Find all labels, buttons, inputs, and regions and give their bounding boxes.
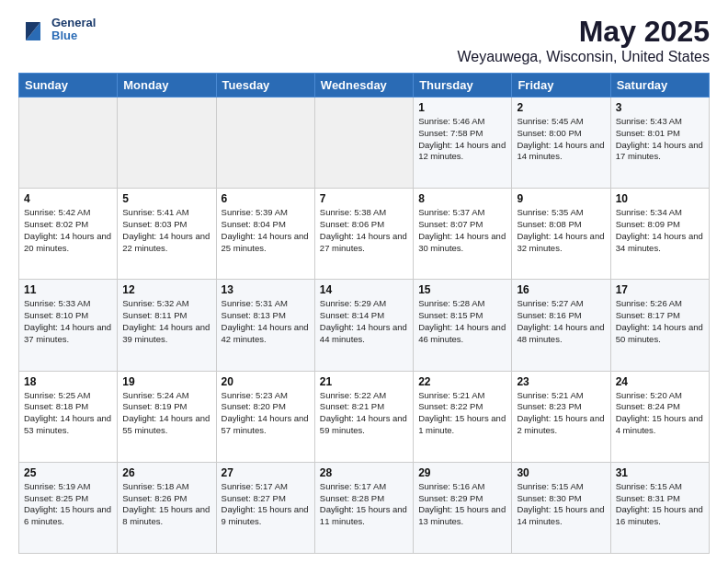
day-number: 5	[122, 192, 210, 205]
calendar-cell: 9Sunrise: 5:35 AM Sunset: 8:08 PM Daylig…	[512, 189, 610, 280]
day-number: 11	[24, 283, 112, 296]
calendar-week-row: 1Sunrise: 5:46 AM Sunset: 7:58 PM Daylig…	[19, 98, 710, 189]
page-subtitle: Weyauwega, Wisconsin, United States	[458, 49, 711, 65]
day-detail: Sunrise: 5:39 AM Sunset: 8:04 PM Dayligh…	[222, 207, 310, 254]
calendar-cell: 1Sunrise: 5:46 AM Sunset: 7:58 PM Daylig…	[414, 98, 512, 189]
calendar-week-row: 25Sunrise: 5:19 AM Sunset: 8:25 PM Dayli…	[19, 462, 710, 553]
calendar-cell: 13Sunrise: 5:31 AM Sunset: 8:13 PM Dayli…	[216, 280, 314, 371]
weekday-header: Saturday	[610, 74, 709, 98]
calendar-cell	[314, 98, 413, 189]
calendar-cell: 27Sunrise: 5:17 AM Sunset: 8:27 PM Dayli…	[216, 462, 314, 553]
day-detail: Sunrise: 5:17 AM Sunset: 8:27 PM Dayligh…	[222, 481, 310, 528]
day-detail: Sunrise: 5:16 AM Sunset: 8:29 PM Dayligh…	[418, 481, 506, 528]
calendar-cell	[19, 98, 118, 189]
calendar-cell	[118, 98, 216, 189]
calendar-cell: 7Sunrise: 5:38 AM Sunset: 8:06 PM Daylig…	[314, 189, 413, 280]
logo-icon	[18, 15, 48, 44]
calendar-cell: 16Sunrise: 5:27 AM Sunset: 8:16 PM Dayli…	[512, 280, 610, 371]
day-detail: Sunrise: 5:17 AM Sunset: 8:28 PM Dayligh…	[320, 481, 408, 528]
calendar-week-row: 18Sunrise: 5:25 AM Sunset: 8:18 PM Dayli…	[19, 371, 710, 462]
calendar-cell: 2Sunrise: 5:45 AM Sunset: 8:00 PM Daylig…	[512, 98, 610, 189]
day-detail: Sunrise: 5:24 AM Sunset: 8:19 PM Dayligh…	[122, 390, 210, 437]
weekday-header: Thursday	[414, 74, 512, 98]
day-detail: Sunrise: 5:43 AM Sunset: 8:01 PM Dayligh…	[616, 116, 704, 163]
day-number: 1	[418, 101, 506, 114]
calendar-table: SundayMondayTuesdayWednesdayThursdayFrid…	[18, 73, 710, 554]
day-number: 15	[418, 283, 506, 296]
day-number: 8	[418, 192, 506, 205]
day-detail: Sunrise: 5:26 AM Sunset: 8:17 PM Dayligh…	[616, 298, 704, 345]
day-number: 27	[222, 466, 310, 479]
calendar-week-row: 4Sunrise: 5:42 AM Sunset: 8:02 PM Daylig…	[19, 189, 710, 280]
day-detail: Sunrise: 5:21 AM Sunset: 8:23 PM Dayligh…	[517, 390, 605, 437]
calendar-cell: 18Sunrise: 5:25 AM Sunset: 8:18 PM Dayli…	[19, 371, 118, 462]
calendar-cell: 19Sunrise: 5:24 AM Sunset: 8:19 PM Dayli…	[118, 371, 216, 462]
day-detail: Sunrise: 5:32 AM Sunset: 8:11 PM Dayligh…	[122, 298, 210, 345]
day-number: 13	[222, 283, 310, 296]
weekday-header: Sunday	[19, 74, 118, 98]
day-detail: Sunrise: 5:31 AM Sunset: 8:13 PM Dayligh…	[222, 298, 310, 345]
day-detail: Sunrise: 5:19 AM Sunset: 8:25 PM Dayligh…	[24, 481, 112, 528]
calendar-cell: 5Sunrise: 5:41 AM Sunset: 8:03 PM Daylig…	[118, 189, 216, 280]
day-number: 2	[517, 101, 605, 114]
day-number: 21	[320, 375, 408, 388]
day-number: 31	[616, 466, 704, 479]
day-detail: Sunrise: 5:42 AM Sunset: 8:02 PM Dayligh…	[24, 207, 112, 254]
calendar-cell	[216, 98, 314, 189]
day-number: 18	[24, 375, 112, 388]
calendar-cell: 10Sunrise: 5:34 AM Sunset: 8:09 PM Dayli…	[610, 189, 709, 280]
calendar-cell: 28Sunrise: 5:17 AM Sunset: 8:28 PM Dayli…	[314, 462, 413, 553]
calendar-cell: 17Sunrise: 5:26 AM Sunset: 8:17 PM Dayli…	[610, 280, 709, 371]
calendar-cell: 25Sunrise: 5:19 AM Sunset: 8:25 PM Dayli…	[19, 462, 118, 553]
weekday-header: Wednesday	[314, 74, 413, 98]
day-number: 16	[517, 283, 605, 296]
calendar-cell: 12Sunrise: 5:32 AM Sunset: 8:11 PM Dayli…	[118, 280, 216, 371]
day-number: 30	[517, 466, 605, 479]
calendar-cell: 20Sunrise: 5:23 AM Sunset: 8:20 PM Dayli…	[216, 371, 314, 462]
calendar-cell: 29Sunrise: 5:16 AM Sunset: 8:29 PM Dayli…	[414, 462, 512, 553]
day-number: 25	[24, 466, 112, 479]
calendar-cell: 22Sunrise: 5:21 AM Sunset: 8:22 PM Dayli…	[414, 371, 512, 462]
logo: General Blue	[18, 15, 96, 44]
page-title: May 2025	[458, 15, 711, 49]
day-detail: Sunrise: 5:18 AM Sunset: 8:26 PM Dayligh…	[122, 481, 210, 528]
day-detail: Sunrise: 5:20 AM Sunset: 8:24 PM Dayligh…	[616, 390, 704, 437]
calendar-week-row: 11Sunrise: 5:33 AM Sunset: 8:10 PM Dayli…	[19, 280, 710, 371]
title-section: May 2025 Weyauwega, Wisconsin, United St…	[458, 15, 711, 65]
calendar-cell: 14Sunrise: 5:29 AM Sunset: 8:14 PM Dayli…	[314, 280, 413, 371]
day-detail: Sunrise: 5:37 AM Sunset: 8:07 PM Dayligh…	[418, 207, 506, 254]
calendar-cell: 11Sunrise: 5:33 AM Sunset: 8:10 PM Dayli…	[19, 280, 118, 371]
day-detail: Sunrise: 5:29 AM Sunset: 8:14 PM Dayligh…	[320, 298, 408, 345]
calendar-cell: 23Sunrise: 5:21 AM Sunset: 8:23 PM Dayli…	[512, 371, 610, 462]
day-number: 12	[122, 283, 210, 296]
day-number: 14	[320, 283, 408, 296]
day-number: 9	[517, 192, 605, 205]
calendar-cell: 24Sunrise: 5:20 AM Sunset: 8:24 PM Dayli…	[610, 371, 709, 462]
header: General Blue May 2025 Weyauwega, Wiscons…	[18, 15, 710, 65]
day-number: 26	[122, 466, 210, 479]
day-number: 28	[320, 466, 408, 479]
calendar-cell: 15Sunrise: 5:28 AM Sunset: 8:15 PM Dayli…	[414, 280, 512, 371]
day-number: 20	[222, 375, 310, 388]
day-number: 29	[418, 466, 506, 479]
day-number: 24	[616, 375, 704, 388]
day-detail: Sunrise: 5:35 AM Sunset: 8:08 PM Dayligh…	[517, 207, 605, 254]
day-number: 22	[418, 375, 506, 388]
logo-text: General Blue	[51, 17, 96, 43]
day-detail: Sunrise: 5:38 AM Sunset: 8:06 PM Dayligh…	[320, 207, 408, 254]
day-detail: Sunrise: 5:21 AM Sunset: 8:22 PM Dayligh…	[418, 390, 506, 437]
weekday-header: Monday	[118, 74, 216, 98]
day-detail: Sunrise: 5:22 AM Sunset: 8:21 PM Dayligh…	[320, 390, 408, 437]
calendar-cell: 30Sunrise: 5:15 AM Sunset: 8:30 PM Dayli…	[512, 462, 610, 553]
calendar-cell: 21Sunrise: 5:22 AM Sunset: 8:21 PM Dayli…	[314, 371, 413, 462]
calendar-cell: 8Sunrise: 5:37 AM Sunset: 8:07 PM Daylig…	[414, 189, 512, 280]
day-number: 4	[24, 192, 112, 205]
day-number: 10	[616, 192, 704, 205]
calendar-cell: 31Sunrise: 5:15 AM Sunset: 8:31 PM Dayli…	[610, 462, 709, 553]
day-detail: Sunrise: 5:34 AM Sunset: 8:09 PM Dayligh…	[616, 207, 704, 254]
day-detail: Sunrise: 5:41 AM Sunset: 8:03 PM Dayligh…	[122, 207, 210, 254]
day-detail: Sunrise: 5:33 AM Sunset: 8:10 PM Dayligh…	[24, 298, 112, 345]
calendar-cell: 6Sunrise: 5:39 AM Sunset: 8:04 PM Daylig…	[216, 189, 314, 280]
weekday-header: Friday	[512, 74, 610, 98]
day-detail: Sunrise: 5:15 AM Sunset: 8:31 PM Dayligh…	[616, 481, 704, 528]
